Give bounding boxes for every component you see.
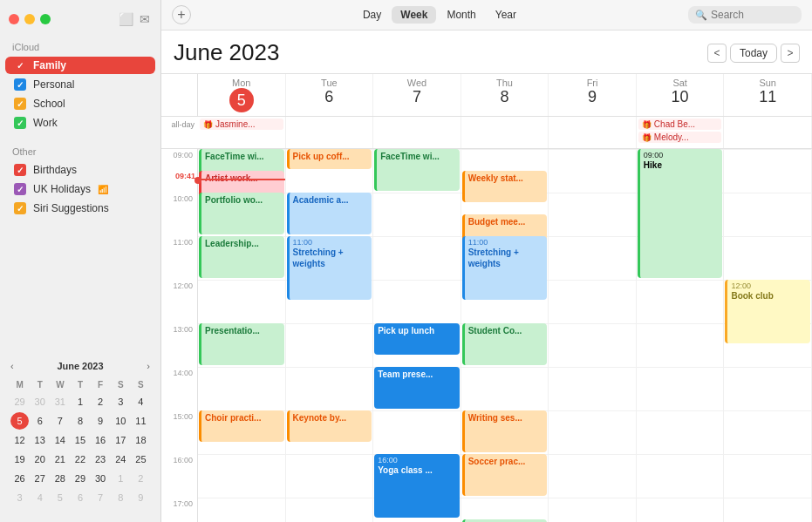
sidebar-item-personal[interactable]: Personal [5, 76, 155, 93]
mini-cal-day[interactable]: 12 [10, 431, 29, 449]
mini-cal-day[interactable]: 21 [51, 451, 69, 468]
zoom-button[interactable] [40, 14, 51, 24]
mini-cal-day[interactable]: 22 [71, 451, 89, 468]
mini-cal-day[interactable]: 1 [112, 470, 130, 487]
calendar-event[interactable]: FaceTime wi... [374, 149, 460, 191]
view-btn-year[interactable]: Year [487, 6, 525, 24]
uk-holidays-checkbox[interactable] [14, 183, 26, 195]
mini-cal-day[interactable]: 23 [92, 451, 110, 468]
mini-cal-day[interactable]: 30 [92, 470, 110, 487]
today-button[interactable]: Today [730, 44, 777, 63]
mail-icon[interactable]: ✉ [138, 12, 152, 26]
mini-cal-next[interactable]: › [145, 361, 152, 371]
close-button[interactable] [9, 14, 19, 24]
mini-cal-day[interactable]: 25 [132, 451, 150, 468]
mini-cal-day[interactable]: 2 [92, 393, 110, 410]
prev-week-button[interactable]: < [707, 44, 727, 63]
mini-cal-day[interactable]: 19 [10, 451, 29, 468]
sidebar-item-family[interactable]: Family [5, 57, 155, 74]
calendar-event[interactable]: 12:00Book club [725, 280, 810, 343]
birthdays-checkbox[interactable] [14, 164, 26, 176]
search-input[interactable] [711, 9, 795, 21]
calendar-event[interactable]: Student Co... [462, 323, 548, 365]
sidebar-toggle-icon[interactable]: ⬜ [119, 12, 133, 26]
calendar-event[interactable]: Writing ses... [462, 410, 548, 452]
mini-cal-day[interactable]: 11 [132, 412, 150, 430]
siri-checkbox[interactable] [14, 202, 26, 214]
mini-cal-day[interactable]: 9 [132, 489, 150, 506]
allday-cell-6 [724, 117, 812, 148]
mini-cal-day[interactable]: 26 [10, 470, 29, 487]
mini-cal-day[interactable]: 29 [71, 470, 89, 487]
calendar-event[interactable]: 11:00Stretching + weights [287, 236, 372, 300]
mini-cal-day[interactable]: 6 [31, 412, 49, 430]
calendar-event[interactable]: Choir practi... [199, 410, 284, 442]
next-week-button[interactable]: > [781, 44, 800, 63]
calendar-event[interactable]: Keynote by... [287, 410, 372, 442]
mini-cal-day[interactable]: 4 [132, 393, 150, 410]
mini-cal-day[interactable]: 27 [31, 470, 49, 487]
calendar-event[interactable]: 16:00Yoga class ... [374, 454, 460, 518]
mini-cal-day[interactable]: 10 [112, 412, 130, 430]
calendar-event[interactable]: Pick up coff... [287, 149, 372, 169]
mini-cal-day[interactable]: 5 [10, 412, 29, 430]
view-btn-day[interactable]: Day [354, 6, 390, 24]
mini-cal-day[interactable]: 9 [92, 412, 110, 430]
mini-cal-day[interactable]: 4 [31, 489, 49, 506]
mini-cal-day[interactable]: 31 [51, 393, 69, 410]
mini-cal-day[interactable]: 7 [92, 489, 110, 506]
mini-cal-day[interactable]: 13 [31, 431, 49, 449]
calendar-event[interactable]: Soccer prac... [462, 454, 548, 496]
allday-event[interactable]: 🎁Jasmine... [200, 119, 283, 130]
sidebar-item-school[interactable]: School [5, 95, 155, 112]
mini-cal-day[interactable]: 20 [31, 451, 49, 468]
mini-cal-day[interactable]: 8 [112, 489, 130, 506]
add-event-button[interactable]: + [172, 5, 191, 24]
sidebar-item-birthdays[interactable]: Birthdays [5, 161, 155, 179]
personal-checkbox[interactable] [14, 78, 26, 91]
calendar-event[interactable]: 09:00Hike [638, 149, 723, 278]
time-gutter-header [161, 74, 198, 116]
mini-cal-day[interactable]: 3 [112, 393, 130, 410]
mini-cal-day[interactable]: 14 [51, 431, 69, 449]
mini-cal-day[interactable]: 18 [132, 431, 150, 449]
mini-cal-day[interactable]: 3 [10, 489, 29, 506]
icloud-section-label: iCloud [0, 35, 160, 56]
calendar-event[interactable]: Presentatio... [199, 323, 284, 365]
calendar-event[interactable]: Academic a... [287, 193, 372, 234]
mini-cal-grid: MTWTFSS 29303112345678910111213141516171… [9, 376, 152, 508]
mini-cal-day[interactable]: 15 [71, 431, 89, 449]
calendar-event[interactable]: 11:00Stretching + weights [462, 236, 548, 300]
view-btn-month[interactable]: Month [438, 6, 484, 24]
family-checkbox[interactable] [14, 59, 26, 71]
mini-cal-day[interactable]: 6 [71, 489, 89, 506]
calendar-event[interactable]: Pick up lunch [374, 323, 460, 355]
mini-cal-day[interactable]: 17 [112, 431, 130, 449]
allday-event[interactable]: 🎁Melody... [638, 132, 722, 143]
mini-cal-day[interactable]: 5 [51, 489, 69, 506]
view-btn-week[interactable]: Week [392, 6, 436, 24]
mini-cal-day[interactable]: 7 [51, 412, 69, 430]
mini-cal-day[interactable]: 28 [51, 470, 69, 487]
mini-cal-day[interactable]: 16 [92, 431, 110, 449]
mini-cal-day[interactable]: 30 [31, 393, 49, 410]
school-checkbox[interactable] [14, 98, 26, 110]
mini-cal-day[interactable]: 8 [71, 412, 89, 430]
sidebar-item-work[interactable]: Work [5, 114, 155, 132]
calendar-event[interactable]: Team prese... [374, 367, 460, 409]
time-grid: 09:0010:0011:0012:0013:0014:0015:0016:00… [161, 149, 812, 522]
mini-cal-day[interactable]: 24 [112, 451, 130, 468]
mini-cal-day[interactable]: 29 [10, 393, 29, 410]
calendar-event[interactable]: Leadership... [199, 236, 284, 278]
mini-cal-day[interactable]: 1 [71, 393, 89, 410]
calendar-event[interactable]: Weekly stat... [462, 171, 548, 202]
minimize-button[interactable] [24, 14, 35, 24]
mini-cal-prev[interactable]: ‹ [9, 361, 16, 371]
search-box[interactable]: 🔍 [688, 6, 802, 24]
sidebar-item-uk-holidays[interactable]: UK Holidays 📶 [5, 180, 155, 198]
work-checkbox[interactable] [14, 117, 26, 129]
calendar-event[interactable]: Portfolio wo... [199, 193, 284, 234]
sidebar-item-siri-suggestions[interactable]: Siri Suggestions [5, 200, 155, 217]
allday-event[interactable]: 🎁Chad Be... [638, 119, 722, 130]
mini-cal-day[interactable]: 2 [132, 470, 150, 487]
